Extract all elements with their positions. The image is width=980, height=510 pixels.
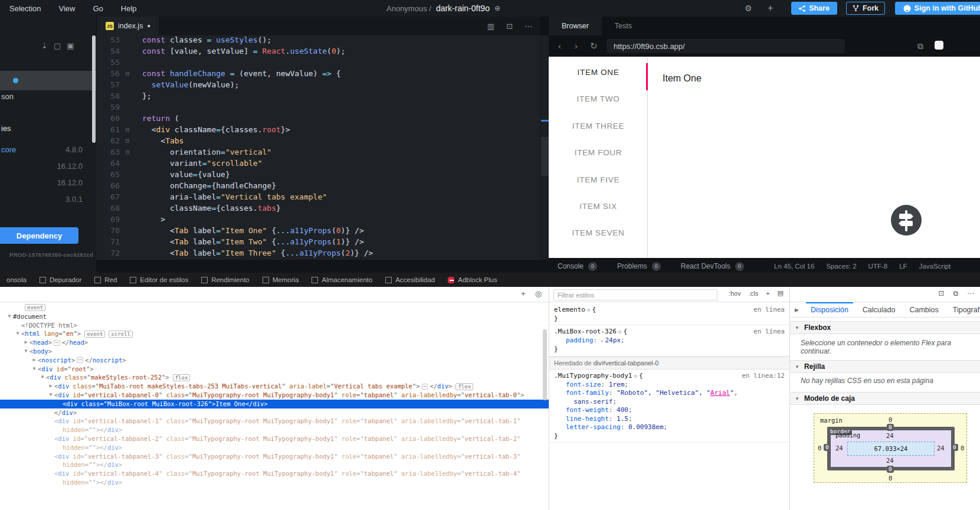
dom-tree-row[interactable]: hidden=""></div> xyxy=(0,460,549,469)
menu-item-help[interactable]: Help xyxy=(121,4,137,13)
dom-tree-row[interactable]: ▶<noscript>⋯</noscript> xyxy=(0,356,549,365)
devtools-tab-red[interactable]: Red xyxy=(88,273,123,287)
twisty-icon[interactable]: ▼ xyxy=(6,312,13,321)
code-line[interactable]: 57 setValue(newValue); xyxy=(96,79,540,90)
dependency-row[interactable]: 3.0.1 xyxy=(0,195,89,207)
devtools-tab-memoria[interactable]: Memoria xyxy=(256,273,306,287)
devtools-tab-editor-de-estilos[interactable]: Editor de estilos xyxy=(123,273,195,287)
code-line[interactable]: 65 value={value} xyxy=(96,169,540,180)
add-dependency-button[interactable]: Dependency xyxy=(0,227,78,244)
css-declaration[interactable]: font-family: "Roboto", "Helvetica", "Ari… xyxy=(554,389,789,398)
css-declaration[interactable]: font-size: 1rem; xyxy=(554,381,789,390)
dependency-row[interactable]: 16.12.0 xyxy=(0,178,89,190)
devtools-tab-accesibilidad[interactable]: Accesibilidad xyxy=(379,273,441,287)
code-editor[interactable]: 53const classes = useStyles();54const [v… xyxy=(96,35,540,260)
rule-gear-icon[interactable]: ⚙ xyxy=(634,373,637,379)
preview-tab-browser[interactable]: Browser xyxy=(549,17,602,35)
css-declaration[interactable]: line-height: 1.5; xyxy=(554,415,789,424)
section-boxmodel[interactable]: ▼ Modelo de caja xyxy=(790,392,980,405)
tab-indexjs[interactable]: JS index.js ● xyxy=(97,17,159,35)
css-rule[interactable]: elemento⚙{en línea} xyxy=(549,303,789,325)
code-line[interactable]: 58}; xyxy=(96,90,540,102)
devtools-tab-adblock-plus[interactable]: Adblock Plus xyxy=(441,273,503,287)
share-button[interactable]: Share xyxy=(791,2,837,15)
privacy-icon[interactable]: ⊕ xyxy=(494,4,500,12)
dom-tree-row[interactable]: </div> xyxy=(0,408,549,417)
code-line[interactable]: 56⊟const handleChange = (event, newValue… xyxy=(96,68,540,79)
dom-tree-row[interactable]: <div id="vertical-tabpanel-4" class="Mui… xyxy=(0,469,549,478)
dom-tree-row[interactable]: <div id="vertical-tabpanel-2" class="Mui… xyxy=(0,434,549,443)
node-badge-event[interactable]: event xyxy=(84,331,105,338)
code-line[interactable]: 67 aria-label="Vertical tabs example" xyxy=(96,191,540,202)
devtools-tab-depurador[interactable]: Depurador xyxy=(33,273,88,287)
rule-source-link[interactable]: en línea:12 xyxy=(742,372,785,381)
new-sandbox-plus-icon[interactable]: + xyxy=(768,0,773,17)
item-tab-2[interactable]: ITEM TWO xyxy=(549,86,648,112)
item-tab-1[interactable]: ITEM ONE xyxy=(549,59,648,86)
editor-more-icon[interactable]: ⋯ xyxy=(525,22,532,31)
code-line[interactable]: 63⊟ orientation="vertical" xyxy=(96,146,540,158)
layout-tab-cambios[interactable]: Cambios xyxy=(902,302,945,318)
dom-tree-row[interactable]: <div id="vertical-tabpanel-1" class="Mui… xyxy=(0,417,549,426)
menu-item-go[interactable]: Go xyxy=(93,4,103,13)
css-rule[interactable]: .MuiTypography-body1⚙{en línea:12font-si… xyxy=(549,370,789,443)
rules-button-[interactable]: + xyxy=(766,290,769,297)
editor-overview-ruler[interactable] xyxy=(540,35,549,260)
file-item-json[interactable]: son xyxy=(1,92,14,101)
dom-tree-scrollbar[interactable] xyxy=(543,329,547,400)
status-item[interactable]: Ln 45, Col 16 xyxy=(774,263,814,270)
menu-item-selection[interactable]: Selection xyxy=(9,4,41,13)
rule-source-link[interactable]: en línea xyxy=(753,328,785,336)
status-item[interactable]: UTF-8 xyxy=(868,263,888,270)
console-bar-console[interactable]: Console0 xyxy=(558,262,597,271)
dom-tree-row[interactable]: ▼<div id="root"> xyxy=(0,365,549,374)
twisty-icon[interactable]: ▼ xyxy=(14,329,21,338)
code-line[interactable]: 66 onChange={handleChange} xyxy=(96,180,540,191)
fold-icon[interactable]: ⊟ xyxy=(120,124,135,135)
panel-divider[interactable] xyxy=(549,287,549,510)
layout-tab-calculado[interactable]: Calculado xyxy=(856,302,903,318)
dom-tree-row[interactable]: <div class="MuiBox-root MuiBox-root-326"… xyxy=(0,400,549,408)
new-node-plus-icon[interactable]: + xyxy=(521,289,526,298)
code-line[interactable]: 60return ( xyxy=(96,113,540,124)
rules-button-[interactable]: ▤ xyxy=(778,289,784,297)
code-line[interactable]: 61⊟ <div className={classes.root}> xyxy=(96,124,540,135)
dom-tree-row[interactable]: event xyxy=(0,303,549,312)
filter-styles-input[interactable]: Filtrar estilos xyxy=(553,289,717,300)
devtools-tab-almacenamiento[interactable]: Almacenamiento xyxy=(305,273,379,287)
new-file-icon[interactable]: ▢ xyxy=(54,41,61,50)
rule-source-link[interactable]: en línea xyxy=(753,306,785,315)
dom-tree-row[interactable]: ▼<div class="makeStyles-root-252">flex xyxy=(0,373,549,382)
item-tab-7[interactable]: ITEM SEVEN xyxy=(549,220,648,246)
css-declaration[interactable]: letter-spacing: 0.00938em; xyxy=(554,423,789,432)
status-item[interactable]: Spaces: 2 xyxy=(826,263,856,270)
fold-icon[interactable]: ⊟ xyxy=(120,135,135,146)
css-declaration[interactable]: font-weight: 400; xyxy=(554,406,789,415)
rule-gear-icon[interactable]: ⚙ xyxy=(618,329,621,335)
twisty-icon[interactable]: ▼ xyxy=(47,391,54,400)
rules-button-hov[interactable]: :hov xyxy=(729,290,741,297)
css-rule[interactable]: .MuiBox-root-326⚙{en líneapadding: ▸24px… xyxy=(549,325,789,357)
code-line[interactable]: 53const classes = useStyles(); xyxy=(96,35,540,45)
forward-icon[interactable]: › xyxy=(575,41,578,51)
twisty-icon[interactable]: ▼ xyxy=(39,373,46,382)
code-line[interactable]: 59 xyxy=(96,102,540,113)
twisty-icon[interactable]: ▶ xyxy=(31,356,38,365)
new-folder-icon[interactable]: ▣ xyxy=(67,41,74,50)
fork-button[interactable]: Fork xyxy=(846,2,885,15)
fold-icon[interactable]: ⊟ xyxy=(120,68,135,79)
panel-divider-2[interactable] xyxy=(789,287,790,510)
open-preview-icon[interactable]: ⊡ xyxy=(506,22,513,31)
fold-icon[interactable]: ⊟ xyxy=(120,146,135,158)
code-line[interactable]: 70 <Tab label="Item One" {...a11yProps(0… xyxy=(96,225,540,236)
twisty-icon[interactable]: ▼ xyxy=(22,347,30,356)
dom-tree-row[interactable]: ▼<div id="vertical-tabpanel-0" class="Mu… xyxy=(0,391,549,400)
node-badge-event[interactable]: event xyxy=(25,304,45,311)
dom-tree-row[interactable]: <div id="vertical-tabpanel-3" class="Mui… xyxy=(0,452,549,461)
twisty-icon[interactable]: ▶ xyxy=(22,338,30,347)
code-line[interactable]: 54const [value, setValue] = React.useSta… xyxy=(96,45,540,57)
status-item[interactable]: JavaScript xyxy=(919,263,951,270)
split-view-icon[interactable]: ▥ xyxy=(487,22,494,31)
dependencies-header[interactable]: ies xyxy=(1,124,11,133)
code-line[interactable]: 72 <Tab label="Item Three" {...a11yProps… xyxy=(96,247,540,259)
